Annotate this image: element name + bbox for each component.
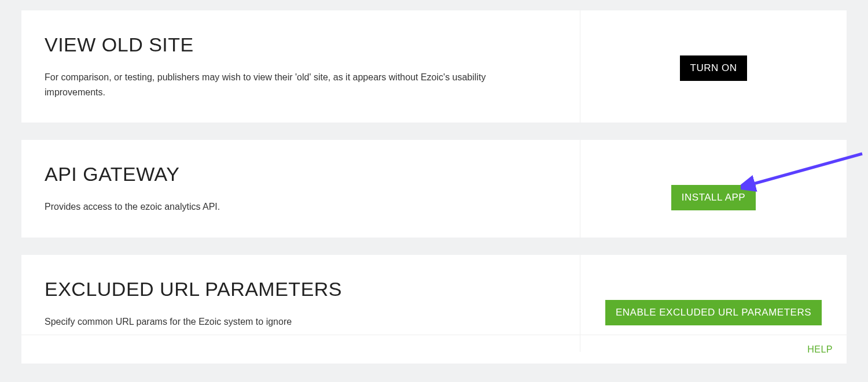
card-title: EXCLUDED URL PARAMETERS [45,278,557,301]
card-description: Specify common URL params for the Ezoic … [45,314,507,329]
turn-on-button[interactable]: TURN ON [680,55,748,81]
help-link[interactable]: HELP [807,344,833,355]
install-app-button[interactable]: INSTALL APP [671,185,756,210]
card-description: Provides access to the ezoic analytics A… [45,199,507,214]
card-content: EXCLUDED URL PARAMETERS Specify common U… [21,255,580,353]
card-view-old-site: VIEW OLD SITE For comparison, or testing… [21,10,847,123]
card-title: API GATEWAY [45,163,557,186]
card-action: INSTALL APP [580,140,847,238]
card-content: VIEW OLD SITE For comparison, or testing… [21,10,580,123]
card-title: VIEW OLD SITE [45,34,557,56]
card-action: ENABLE EXCLUDED URL PARAMETERS [580,255,847,353]
enable-excluded-url-parameters-button[interactable]: ENABLE EXCLUDED URL PARAMETERS [605,300,822,325]
card-api-gateway: API GATEWAY Provides access to the ezoic… [21,140,847,238]
card-content: API GATEWAY Provides access to the ezoic… [21,140,580,238]
card-excluded-url-parameters: EXCLUDED URL PARAMETERS Specify common U… [21,255,847,353]
card-action: TURN ON [580,10,847,123]
card-description: For comparison, or testing, publishers m… [45,70,507,99]
